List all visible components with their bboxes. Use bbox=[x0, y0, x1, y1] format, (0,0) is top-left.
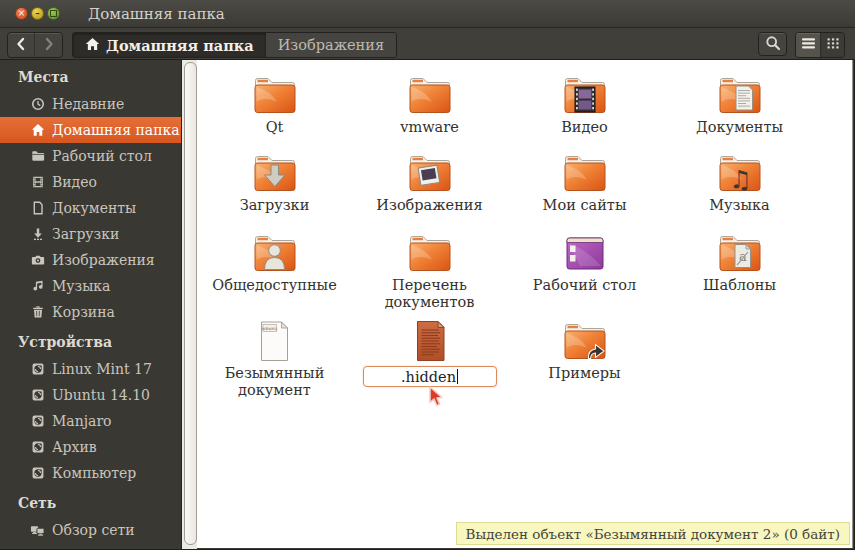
file-item[interactable]: Мои сайты bbox=[509, 151, 661, 231]
sidebar-item-label: Manjaro bbox=[52, 413, 112, 429]
sidebar-item[interactable]: Архив bbox=[0, 434, 181, 460]
folder-public-icon bbox=[250, 231, 300, 275]
file-item-label: Документы bbox=[696, 119, 783, 136]
sidebar-item[interactable]: Linux Mint 17 bbox=[0, 356, 181, 382]
maximize-button[interactable] bbox=[47, 7, 60, 20]
sidebar-item[interactable]: Рабочий стол bbox=[0, 143, 181, 169]
list-view-button[interactable] bbox=[796, 33, 820, 57]
file-item-label: Видео bbox=[561, 119, 608, 136]
video-icon bbox=[30, 175, 45, 190]
file-item-label: Qt bbox=[266, 119, 284, 136]
toolbar-right bbox=[758, 32, 845, 58]
file-item[interactable]: vmware bbox=[354, 73, 506, 151]
camera-icon bbox=[30, 253, 45, 268]
toolbar: Домашняя папка Изображения bbox=[0, 28, 855, 60]
folder-link-icon bbox=[560, 319, 610, 363]
file-item-label: Загрузки bbox=[240, 197, 310, 214]
file-item[interactable]: Видео bbox=[509, 73, 661, 151]
trash-icon bbox=[30, 305, 45, 320]
mouse-cursor bbox=[428, 386, 447, 408]
sidebar-item[interactable]: Корзина bbox=[0, 299, 181, 325]
folder-icon bbox=[405, 231, 455, 275]
sidebar-scrollbar[interactable] bbox=[181, 60, 197, 549]
close-button[interactable]: × bbox=[15, 7, 28, 20]
file-item-label: Изображения bbox=[376, 197, 482, 214]
drive-icon bbox=[30, 362, 45, 377]
file-item[interactable]: Примеры bbox=[509, 319, 661, 400]
nav-buttons bbox=[7, 32, 63, 58]
titlebar: × – Домашняя папка bbox=[0, 0, 855, 28]
breadcrumb-home[interactable]: Домашняя папка bbox=[73, 33, 266, 57]
forward-button[interactable] bbox=[35, 33, 62, 57]
breadcrumb: Домашняя папка Изображения bbox=[72, 32, 397, 58]
drive-icon bbox=[30, 466, 45, 481]
sidebar-section-header: Сеть bbox=[0, 486, 181, 517]
text-document-icon: ывыкц bbox=[250, 319, 300, 363]
breadcrumb-label: Изображения bbox=[278, 37, 384, 53]
file-item[interactable]: Qt bbox=[199, 73, 351, 151]
sidebar-item[interactable]: Manjaro bbox=[0, 408, 181, 434]
back-button[interactable] bbox=[8, 33, 35, 57]
download-icon bbox=[30, 227, 45, 242]
window-title: Домашняя папка bbox=[88, 0, 225, 28]
window: × – Домашняя папка Домашняя папка Изобра… bbox=[0, 0, 855, 550]
file-item-label: Безымянный документ bbox=[200, 365, 350, 400]
sidebar-item[interactable]: Ubuntu 14.10 bbox=[0, 382, 181, 408]
rename-input[interactable]: .hidden bbox=[363, 366, 497, 387]
file-item-label: Общедоступные bbox=[212, 277, 336, 294]
sidebar-item-label: Архив bbox=[52, 439, 97, 455]
sidebar-section-header: Места bbox=[0, 60, 181, 91]
breadcrumb-pictures[interactable]: Изображения bbox=[266, 33, 396, 57]
sidebar-item[interactable]: Загрузки bbox=[0, 221, 181, 247]
file-item[interactable]: ♫Музыка bbox=[664, 151, 816, 231]
window-controls: × – bbox=[15, 7, 60, 20]
list-view-icon bbox=[801, 37, 816, 53]
chevron-right-icon bbox=[41, 36, 57, 55]
sidebar-item[interactable]: Документы bbox=[0, 195, 181, 221]
sidebar-item-label: Недавние bbox=[52, 96, 124, 112]
file-item[interactable]: ывыкцБезымянный документ bbox=[199, 319, 351, 400]
file-item[interactable]: Изображения bbox=[354, 151, 506, 231]
rename-text: .hidden bbox=[401, 369, 456, 385]
file-item-label: Примеры bbox=[548, 365, 620, 382]
sidebar-item-label: Документы bbox=[52, 200, 136, 216]
minimize-button[interactable]: – bbox=[31, 7, 44, 20]
file-item[interactable]: Общедоступные bbox=[199, 231, 351, 319]
selection-status: Выделен объект «Безымянный документ 2» (… bbox=[456, 522, 850, 545]
sidebar-item[interactable]: Домашняя папка bbox=[0, 117, 181, 143]
sidebar-item-label: Музыка bbox=[52, 278, 110, 294]
file-item-label: Мои сайты bbox=[543, 197, 627, 214]
sidebar-item-label: Рабочий стол bbox=[52, 148, 152, 164]
file-item[interactable]: Документы bbox=[664, 73, 816, 151]
grid-view-button[interactable] bbox=[820, 33, 844, 57]
file-item-label: vmware bbox=[400, 119, 459, 136]
file-item[interactable]: aШаблоны bbox=[664, 231, 816, 319]
file-item-label: Рабочий стол bbox=[533, 277, 636, 294]
sidebar-item[interactable]: Обзор сети bbox=[0, 517, 181, 543]
grid-view-icon bbox=[826, 37, 840, 53]
file-item[interactable]: Рабочий стол bbox=[509, 231, 661, 319]
sidebar-item[interactable]: Видео bbox=[0, 169, 181, 195]
search-button[interactable] bbox=[758, 32, 787, 56]
sidebar-section-header: Устройства bbox=[0, 325, 181, 356]
folder-icon bbox=[405, 73, 455, 117]
sidebar-scrollbar-thumb[interactable] bbox=[184, 62, 197, 545]
sidebar-item-label: Linux Mint 17 bbox=[52, 361, 152, 377]
drive-icon bbox=[30, 388, 45, 403]
file-item[interactable]: Загрузки bbox=[199, 151, 351, 231]
sidebar-item-label: Изображения bbox=[52, 252, 155, 268]
sidebar-item[interactable]: Изображения bbox=[0, 247, 181, 273]
sidebar-item[interactable]: Компьютер bbox=[0, 460, 181, 486]
sidebar-item[interactable]: Музыка bbox=[0, 273, 181, 299]
home-icon bbox=[85, 37, 100, 54]
drive-icon bbox=[30, 440, 45, 455]
folder-icon bbox=[250, 73, 300, 117]
file-item[interactable]: Перечень документов bbox=[354, 231, 506, 319]
file-grid: QtvmwareВидеоДокументыЗагрузкиИзображени… bbox=[197, 73, 817, 400]
sidebar-sections: МестаНедавниеДомашняя папкаРабочий столВ… bbox=[0, 60, 181, 543]
sidebar-item[interactable]: Недавние bbox=[0, 91, 181, 117]
file-item-label: Перечень документов bbox=[355, 277, 505, 312]
sidebar-item-label: Ubuntu 14.10 bbox=[52, 387, 150, 403]
sidebar: МестаНедавниеДомашняя папкаРабочий столВ… bbox=[0, 60, 181, 549]
folder-pictures-icon bbox=[405, 151, 455, 195]
